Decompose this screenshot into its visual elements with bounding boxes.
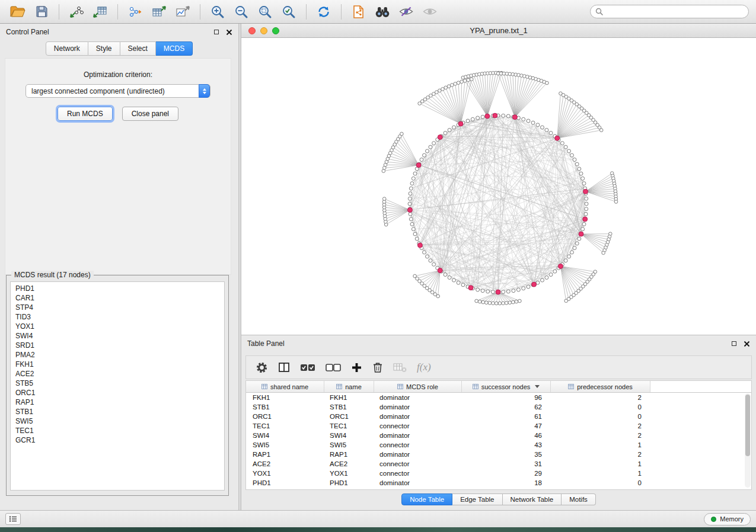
result-node[interactable]: TEC1: [11, 426, 224, 435]
optimization-criterion-label: Optimization criterion:: [5, 70, 231, 79]
select-all-icon[interactable]: [300, 362, 315, 373]
toolbar-separator: [306, 4, 307, 20]
result-node[interactable]: SWI4: [11, 331, 224, 341]
toolbar-separator: [200, 4, 200, 20]
search-icon: [595, 8, 603, 15]
network-canvas[interactable]: [241, 38, 756, 335]
table-row[interactable]: YOX1YOX1connector291: [246, 469, 751, 478]
close-panel-button[interactable]: Close panel: [122, 107, 178, 121]
control-panel-header: Control Panel: [0, 24, 238, 40]
table-row[interactable]: STB1STB1dominator620: [246, 402, 751, 412]
import-table-icon[interactable]: [90, 3, 111, 21]
criterion-dropdown-value: largest connected component (undirected): [31, 87, 165, 95]
result-node[interactable]: PHD1: [11, 284, 224, 293]
table-row[interactable]: TEC1TEC1connector472: [246, 421, 751, 431]
tab-mcds[interactable]: MCDS: [156, 41, 193, 56]
float-table-panel-icon[interactable]: [732, 341, 736, 346]
close-table-panel-icon[interactable]: [744, 341, 750, 347]
export-image-icon[interactable]: [172, 3, 193, 21]
column-header-MCDS-role[interactable]: MCDS role: [374, 381, 462, 392]
memory-label: Memory: [720, 515, 744, 523]
result-node[interactable]: STP4: [11, 303, 224, 312]
column-header-predecessor-nodes[interactable]: predecessor nodes: [551, 381, 650, 392]
window-close-icon[interactable]: [248, 27, 256, 34]
zoom-in-icon[interactable]: [207, 3, 228, 21]
search-box[interactable]: [590, 5, 749, 18]
task-history-icon[interactable]: [5, 513, 21, 525]
result-node[interactable]: ORC1: [11, 388, 224, 398]
table-row[interactable]: ACE2ACE2connector311: [246, 459, 751, 469]
node-table: shared namenameMCDS rolesuccessor nodesp…: [245, 380, 752, 490]
zoom-out-icon[interactable]: [231, 3, 252, 21]
binoculars-icon[interactable]: [372, 3, 393, 21]
network-window-titlebar: YPA_prune.txt_1: [241, 24, 756, 38]
import-network-icon[interactable]: [66, 3, 87, 21]
columns-icon[interactable]: [278, 362, 290, 373]
column-header-shared-name[interactable]: shared name: [246, 381, 324, 392]
window-maximize-icon[interactable]: [272, 27, 279, 34]
table-row[interactable]: PHD1PHD1dominator180: [246, 478, 751, 488]
clear-table-icon: [393, 362, 407, 373]
open-folder-icon[interactable]: [7, 3, 28, 21]
control-panel-title: Control Panel: [6, 28, 49, 36]
result-node[interactable]: GCR1: [11, 435, 224, 445]
main-toolbar: [0, 0, 756, 24]
table-row[interactable]: RAP1RAP1dominator352: [246, 450, 751, 459]
mcds-panel: Optimization criterion: largest connecte…: [5, 58, 231, 275]
result-node[interactable]: FKH1: [11, 360, 224, 369]
result-node[interactable]: SRD1: [11, 341, 224, 350]
search-input[interactable]: [606, 8, 744, 16]
tab-select[interactable]: Select: [120, 41, 156, 56]
table-toolbar: f(x): [245, 355, 752, 379]
delete-row-icon[interactable]: [372, 361, 383, 373]
result-node[interactable]: SWI5: [11, 416, 224, 426]
network-window: YPA_prune.txt_1: [241, 24, 756, 335]
result-node[interactable]: ACE2: [11, 369, 224, 379]
result-node[interactable]: YOX1: [11, 322, 224, 331]
mcds-result-list: PHD1CAR1STP4TID3YOX1SWI4SRD1PMA2FKH1ACE2…: [10, 281, 225, 491]
deselect-all-icon[interactable]: [326, 362, 341, 373]
result-node[interactable]: TID3: [11, 312, 224, 322]
show-icon[interactable]: [419, 3, 441, 21]
table-header-row: shared namenameMCDS rolesuccessor nodesp…: [246, 381, 751, 393]
window-minimize-icon[interactable]: [260, 27, 267, 34]
table-row[interactable]: SWI5SWI5connector431: [246, 440, 751, 450]
result-node[interactable]: STB5: [11, 379, 224, 388]
tab-node-table[interactable]: Node Table: [401, 493, 452, 505]
tab-network[interactable]: Network: [46, 41, 88, 56]
tab-style[interactable]: Style: [88, 41, 120, 56]
criterion-dropdown[interactable]: largest connected component (undirected): [25, 84, 210, 98]
result-node[interactable]: STB1: [11, 407, 224, 416]
column-header-successor-nodes[interactable]: successor nodes: [462, 381, 551, 392]
dropdown-stepper-icon[interactable]: [199, 84, 210, 98]
refresh-icon[interactable]: [313, 3, 334, 21]
network-window-title: YPA_prune.txt_1: [470, 26, 527, 35]
zoom-fit-icon[interactable]: [254, 3, 276, 21]
mcds-result-fieldset: MCDS result (17 nodes) PHD1CAR1STP4TID3Y…: [6, 275, 229, 496]
table-row[interactable]: FKH1FKH1dominator962: [246, 393, 751, 402]
settings-gear-icon[interactable]: [256, 361, 268, 374]
table-row[interactable]: ORC1ORC1dominator610: [246, 412, 751, 421]
float-panel-icon[interactable]: [214, 30, 219, 34]
close-panel-icon[interactable]: [226, 29, 232, 36]
result-node[interactable]: CAR1: [11, 293, 224, 303]
tab-network-table[interactable]: Network Table: [503, 493, 562, 505]
tab-motifs[interactable]: Motifs: [562, 493, 596, 505]
status-bar: Memory: [0, 510, 756, 527]
table-tabs: Node TableEdge TableNetwork TableMotifs: [241, 493, 756, 505]
table-row[interactable]: SWI4SWI4dominator462: [246, 431, 751, 440]
share-document-icon[interactable]: [348, 3, 369, 21]
memory-button[interactable]: Memory: [704, 513, 751, 525]
column-header-name[interactable]: name: [324, 381, 374, 392]
add-row-icon[interactable]: [351, 362, 362, 373]
result-node[interactable]: RAP1: [11, 398, 224, 407]
run-mcds-button[interactable]: Run MCDS: [58, 107, 113, 121]
export-network-icon[interactable]: [125, 3, 146, 21]
save-icon[interactable]: [31, 3, 52, 21]
export-table-icon[interactable]: [148, 3, 170, 21]
tab-edge-table[interactable]: Edge Table: [452, 493, 502, 505]
result-node[interactable]: PMA2: [11, 350, 224, 360]
table-scrollbar-thumb[interactable]: [745, 395, 750, 456]
zoom-selected-icon[interactable]: [278, 3, 299, 21]
hide-icon[interactable]: [395, 3, 417, 21]
